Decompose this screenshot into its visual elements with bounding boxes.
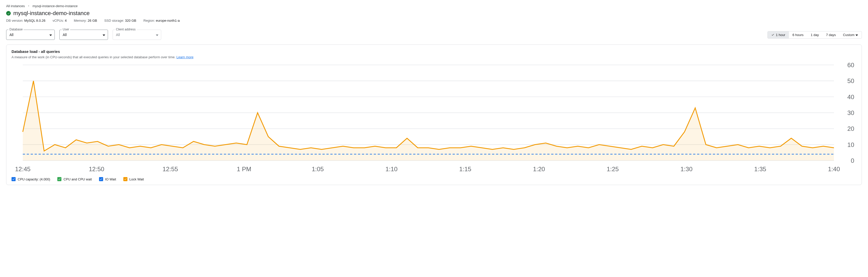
breadcrumb-current: mysql-instance-demo-instance — [32, 4, 78, 8]
legend-io-wait[interactable]: IO Wait — [99, 177, 116, 181]
svg-text:1:25: 1:25 — [607, 166, 619, 172]
svg-text:60: 60 — [847, 62, 854, 68]
database-select[interactable]: Database All — [6, 30, 55, 40]
svg-text:12:45: 12:45 — [15, 166, 31, 172]
svg-text:0: 0 — [851, 157, 854, 164]
page-title: mysql-instance-demo-instance — [13, 10, 90, 16]
svg-text:40: 40 — [847, 94, 854, 100]
caret-down-icon — [50, 32, 52, 37]
chevron-right-icon — [27, 4, 30, 8]
legend-cpu-capacity[interactable]: CPU capacity: (4.000) — [11, 177, 50, 181]
svg-text:1:15: 1:15 — [459, 166, 471, 172]
caret-down-icon — [156, 32, 158, 37]
database-load-chart: 010203040506012:4512:5012:551 PM1:051:10… — [11, 62, 857, 175]
checkbox-icon — [11, 177, 16, 181]
svg-text:12:55: 12:55 — [162, 166, 178, 172]
svg-text:20: 20 — [847, 125, 854, 132]
svg-text:1:35: 1:35 — [754, 166, 766, 172]
svg-text:10: 10 — [847, 141, 854, 148]
time-range-option[interactable]: 1 hour — [768, 31, 789, 38]
user-select[interactable]: User All — [59, 30, 108, 40]
time-range-option[interactable]: 1 day — [807, 31, 823, 38]
svg-text:1:40: 1:40 — [828, 166, 840, 172]
checkbox-icon — [123, 177, 127, 181]
learn-more-link[interactable]: Learn more — [177, 55, 193, 59]
breadcrumb-root-link[interactable]: All instances — [6, 4, 25, 8]
time-range-selector: 1 hour6 hours1 day7 daysCustom — [768, 31, 862, 39]
check-icon — [771, 33, 774, 36]
svg-text:1:10: 1:10 — [385, 166, 397, 172]
time-range-option[interactable]: Custom — [839, 31, 862, 38]
svg-text:1 PM: 1 PM — [237, 166, 251, 172]
client-address-select[interactable]: Client address All — [113, 30, 161, 40]
instance-meta: DB version: MySQL 8.0.26 vCPUs: 4 Memory… — [6, 19, 862, 23]
card-subtitle: A measure of the work (in CPU-seconds) t… — [11, 55, 857, 59]
chart-legend: CPU capacity: (4.000) CPU and CPU wait I… — [11, 177, 857, 181]
checkbox-icon — [57, 177, 61, 181]
caret-down-icon — [103, 32, 105, 37]
database-load-card: Database load - all queries A measure of… — [6, 44, 862, 185]
time-range-option[interactable]: 7 days — [823, 31, 839, 38]
status-ok-icon — [6, 11, 11, 15]
caret-down-icon — [856, 33, 858, 37]
svg-text:50: 50 — [847, 77, 854, 84]
breadcrumb: All instances mysql-instance-demo-instan… — [6, 4, 862, 8]
card-title: Database load - all queries — [11, 49, 857, 54]
svg-text:12:50: 12:50 — [89, 166, 104, 172]
svg-text:1:30: 1:30 — [680, 166, 692, 172]
legend-cpu-wait[interactable]: CPU and CPU wait — [57, 177, 92, 181]
checkbox-icon — [99, 177, 103, 181]
legend-lock-wait[interactable]: Lock Wait — [123, 177, 144, 181]
time-range-option[interactable]: 6 hours — [789, 31, 807, 38]
svg-text:30: 30 — [847, 109, 854, 116]
svg-text:1:20: 1:20 — [533, 166, 545, 172]
svg-text:1:05: 1:05 — [312, 166, 324, 172]
